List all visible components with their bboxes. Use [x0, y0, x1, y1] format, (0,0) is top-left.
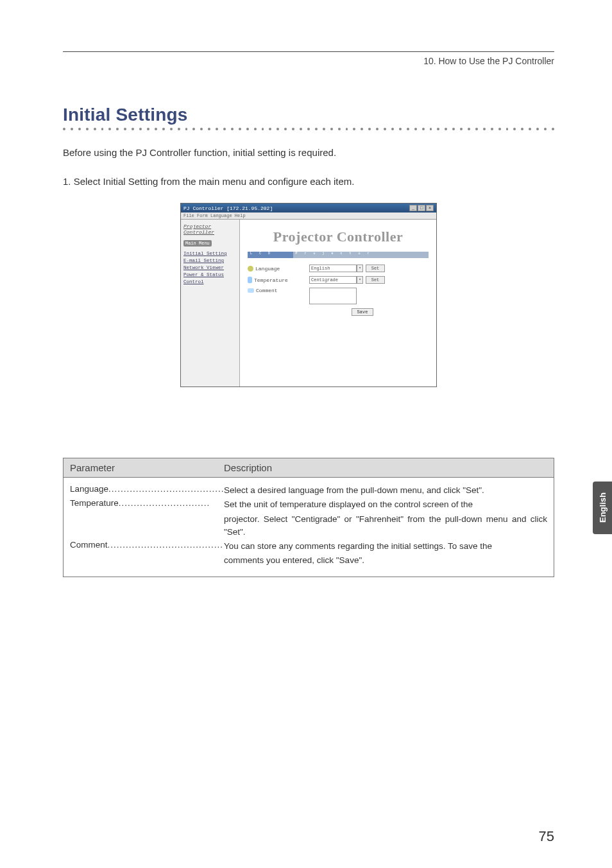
temperature-label: Temperature [254, 277, 288, 283]
language-tab: English [593, 482, 612, 534]
table-body: Language................................… [64, 478, 554, 577]
sidebar-link-initial-setting[interactable]: Initial Setting [183, 251, 237, 256]
row-language: Language English ▾ Set [248, 265, 429, 272]
param-language: Language [70, 484, 108, 494]
param-comment: Comment [70, 540, 108, 550]
sidebar-link-control[interactable]: Control [183, 279, 237, 284]
leader-dots: .............................. [119, 498, 210, 508]
intro-paragraph: Before using the PJ Controller function,… [63, 146, 554, 161]
table-row: Comment.................................… [70, 540, 547, 553]
comment-icon [248, 288, 254, 293]
sidebar: Projector Controller Main Menu Initial S… [181, 220, 240, 386]
globe-icon [248, 266, 253, 272]
step-1: 1. Select Initial Setting from the main … [63, 175, 554, 189]
header-rule [63, 51, 554, 52]
comment-textarea[interactable] [309, 288, 357, 304]
app-window: PJ Controller [172.21.95.202] _ □ × File… [180, 203, 437, 387]
main-panel: Projector Controller L C D P r o j e c t… [240, 220, 436, 386]
save-button[interactable]: Save [352, 308, 373, 316]
comment-label: Comment [256, 288, 278, 293]
table-row: Temperature.............................… [70, 498, 547, 511]
maximize-button[interactable]: □ [418, 205, 425, 211]
title-dotted-rule [63, 128, 554, 130]
close-button[interactable]: × [426, 205, 434, 211]
page-title: Initial Settings [63, 105, 554, 125]
temperature-set-button[interactable]: Set [366, 276, 385, 284]
temperature-dropdown-icon[interactable]: ▾ [357, 276, 363, 284]
col-description: Description [224, 462, 272, 473]
language-dropdown-icon[interactable]: ▾ [357, 265, 363, 272]
header-chapter: 10. How to Use the PJ Controller [63, 56, 554, 66]
section-bar: L C D P r o j e c t o r [248, 252, 429, 258]
leader-dots: ...................................... [108, 540, 224, 550]
table-header: Parameter Description [64, 458, 554, 478]
desc-comment-l2: comments you entered, click "Save". [224, 554, 547, 567]
desc-language: Select a desired language from the pull-… [224, 484, 547, 497]
sidebar-link-power-status[interactable]: Power & Status [183, 272, 237, 277]
bar-left: L C D [248, 252, 293, 258]
language-set-button[interactable]: Set [366, 265, 385, 272]
sidebar-link-network-viewer[interactable]: Network Viewer [183, 265, 237, 270]
thermometer-icon [248, 277, 252, 283]
language-label: Language [255, 266, 280, 272]
main-title: Projector Controller [248, 229, 429, 245]
row-comment: Comment [248, 288, 429, 304]
menu-bar[interactable]: File Form Language Help [181, 213, 436, 220]
row-temperature: Temperature Centigrade ▾ Set [248, 276, 429, 284]
window-titlebar[interactable]: PJ Controller [172.21.95.202] _ □ × [181, 204, 436, 213]
table-row: Language................................… [70, 484, 547, 497]
sidebar-link-email-setting[interactable]: E-mail Setting [183, 258, 237, 263]
desc-temperature-l1: Set the unit of temperature displayed on… [224, 498, 547, 511]
parameter-table: Parameter Description Language..........… [63, 458, 554, 577]
page-number: 75 [539, 828, 554, 845]
bar-right: P r o j e c t o r [293, 252, 429, 258]
col-parameter: Parameter [70, 462, 224, 473]
desc-temperature-l2: projector. Select "Centigrade" or "Fahre… [224, 513, 547, 539]
leader-dots: ...................................... [108, 484, 224, 494]
sidebar-main-menu-badge: Main Menu [183, 240, 212, 247]
sidebar-logo: Projector Controller [183, 223, 237, 235]
language-select[interactable]: English [309, 265, 357, 272]
param-temperature: Temperature [70, 498, 119, 508]
minimize-button[interactable]: _ [409, 205, 417, 211]
window-title: PJ Controller [172.21.95.202] [183, 205, 273, 211]
desc-comment-l1: You can store any comments regarding the… [224, 540, 547, 553]
temperature-select[interactable]: Centigrade [309, 276, 357, 284]
